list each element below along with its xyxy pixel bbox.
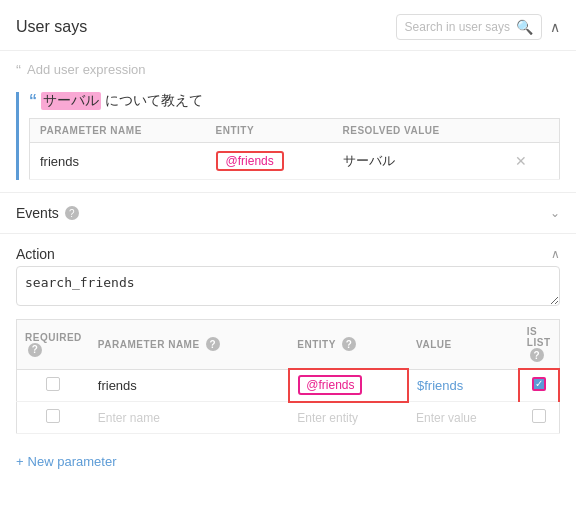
events-label: Events (16, 205, 59, 221)
quote-icon: “ (16, 61, 21, 78)
enter-entity-placeholder: Enter entity (297, 411, 358, 425)
param-name-help-icon[interactable]: ? (206, 337, 220, 351)
col-action-param-name: PARAMETER NAME ? (90, 320, 289, 370)
col-required: REQUIRED ? (17, 320, 90, 370)
action-value-link: $friends (417, 378, 463, 393)
enter-name-placeholder: Enter name (98, 411, 160, 425)
is-list-cell[interactable] (519, 369, 559, 402)
events-help-icon[interactable]: ? (65, 206, 79, 220)
action-content: REQUIRED ? PARAMETER NAME ? ENTITY ? VAL… (0, 266, 576, 444)
param-name-cell: friends (30, 143, 206, 180)
highlight-word: サーバル (41, 92, 101, 110)
table-row: friends @friends サーバル ✕ (30, 143, 560, 180)
delete-cell[interactable]: ✕ (501, 143, 559, 180)
is-list-checkbox-checked[interactable] (532, 377, 546, 391)
events-chevron-icon[interactable]: ⌄ (550, 206, 560, 220)
required-checkbox-1[interactable] (46, 377, 60, 391)
entity-help-icon[interactable]: ? (342, 337, 356, 351)
required-checkbox-cell-2[interactable] (17, 402, 90, 434)
col-actions (501, 119, 559, 143)
events-title: Events ? (16, 205, 79, 221)
action-input[interactable] (16, 266, 560, 306)
header-actions: Search in user says 🔍 ∧ (396, 14, 560, 40)
action-section-header[interactable]: Action ∧ (0, 233, 576, 266)
search-placeholder: Search in user says (405, 20, 510, 34)
enter-name-cell[interactable]: Enter name (90, 402, 289, 434)
table-row: friends @friends $friends (17, 369, 560, 402)
new-parameter-row[interactable]: + New parameter (0, 444, 576, 479)
enter-entity-cell[interactable]: Enter entity (289, 402, 408, 434)
is-list-checkbox-cell-2[interactable] (519, 402, 559, 434)
collapse-icon[interactable]: ∧ (550, 19, 560, 35)
required-checkbox-cell[interactable] (17, 369, 90, 402)
action-value-cell: $friends (408, 369, 519, 402)
expression-text: “ サーバルについて教えて (29, 92, 560, 110)
required-checkbox-2[interactable] (46, 409, 60, 423)
add-expression-label: Add user expression (27, 62, 146, 77)
action-title: Action (16, 246, 55, 262)
resolved-value-cell: サーバル (333, 143, 502, 180)
table-row: Enter name Enter entity Enter value (17, 402, 560, 434)
delete-icon[interactable]: ✕ (511, 153, 531, 169)
expression-quote: “ (29, 92, 37, 110)
parameter-table: PARAMETER NAME ENTITY RESOLVED VALUE fri… (29, 118, 560, 180)
page-header: User says Search in user says 🔍 ∧ (0, 0, 576, 51)
action-label: Action (16, 246, 55, 262)
action-entity-tag[interactable]: @friends (298, 375, 362, 395)
action-params-table: REQUIRED ? PARAMETER NAME ? ENTITY ? VAL… (16, 319, 560, 434)
expression-rest: について教えて (105, 92, 203, 110)
required-help-icon[interactable]: ? (28, 343, 42, 357)
expression-block: “ サーバルについて教えて PARAMETER NAME ENTITY RESO… (16, 92, 560, 180)
entity-cell: @friends (206, 143, 333, 180)
action-param-name-cell: friends (90, 369, 289, 402)
col-resolved: RESOLVED VALUE (333, 119, 502, 143)
page-title: User says (16, 18, 87, 36)
search-icon[interactable]: 🔍 (516, 19, 533, 35)
new-param-label: New parameter (28, 454, 117, 469)
search-box[interactable]: Search in user says 🔍 (396, 14, 542, 40)
col-param-name: PARAMETER NAME (30, 119, 206, 143)
col-action-entity: ENTITY ? (289, 320, 408, 370)
action-entity-cell: @friends (289, 369, 408, 402)
col-entity: ENTITY (206, 119, 333, 143)
events-section-header[interactable]: Events ? ⌄ (0, 192, 576, 233)
new-param-plus: + (16, 454, 24, 469)
enter-value-cell[interactable]: Enter value (408, 402, 519, 434)
col-value: VALUE (408, 320, 519, 370)
enter-value-placeholder: Enter value (416, 411, 477, 425)
entity-tag[interactable]: @friends (216, 151, 284, 171)
add-expression-row[interactable]: “ Add user expression (0, 51, 576, 88)
is-list-checkbox-2[interactable] (532, 409, 546, 423)
col-is-list: IS LIST ? (519, 320, 559, 370)
is-list-help-icon[interactable]: ? (530, 348, 544, 362)
action-chevron-icon[interactable]: ∧ (551, 247, 560, 261)
